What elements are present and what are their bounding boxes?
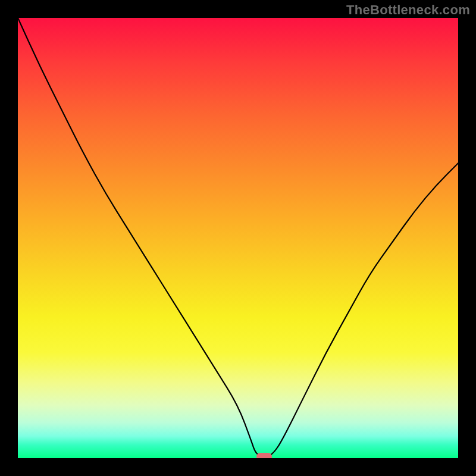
plot-area (18, 18, 458, 458)
curve-path (18, 18, 458, 457)
chart-stage: TheBottleneck.com (0, 0, 476, 476)
watermark-text: TheBottleneck.com (346, 2, 470, 18)
optimum-marker (256, 453, 272, 458)
bottleneck-curve (18, 18, 458, 458)
